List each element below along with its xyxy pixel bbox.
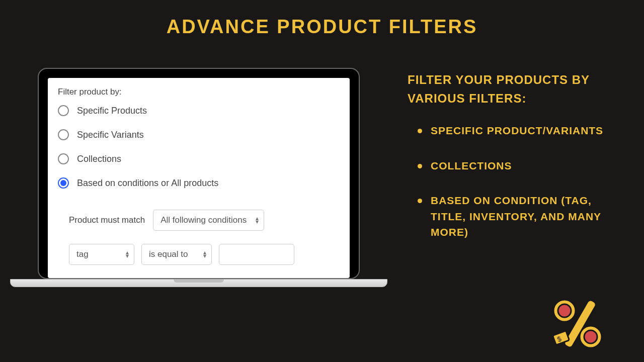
bullet-item: Based on Condition (Tag, Title, Inventor… <box>418 193 609 240</box>
page-title: Advance Product Filters <box>0 0 644 38</box>
radio-icon <box>58 153 69 164</box>
laptop-bezel: Filter product by: Specific Products Spe… <box>38 68 360 279</box>
laptop-notch <box>174 280 224 283</box>
radio-label: Collections <box>77 154 121 164</box>
side-heading: Filter your products by various filters: <box>408 70 609 108</box>
bullet-item: Collections <box>418 158 609 174</box>
select-chevron-icon: ▴▾ <box>126 251 129 258</box>
radio-label: Specific Products <box>77 106 147 116</box>
radio-icon <box>58 177 69 189</box>
svg-point-3 <box>584 330 597 343</box>
radio-collections[interactable]: Collections <box>58 153 340 164</box>
laptop-base <box>10 279 387 287</box>
laptop-mockup: Filter product by: Specific Products Spe… <box>10 68 387 287</box>
filter-section-label: Filter product by: <box>58 87 340 97</box>
match-select[interactable]: All following conditions ▴▾ <box>153 210 264 231</box>
radio-icon <box>58 129 69 140</box>
svg-point-1 <box>558 304 571 317</box>
select-chevron-icon: ▴▾ <box>203 251 206 258</box>
condition-row: tag ▴▾ is equal to ▴▾ <box>69 244 340 265</box>
radio-specific-variants[interactable]: Specific Variants <box>58 129 340 140</box>
condition-operator-value: is equal to <box>149 249 188 259</box>
percent-icon: $ <box>547 296 608 353</box>
main-content: Filter product by: Specific Products Spe… <box>0 38 644 287</box>
condition-field-value: tag <box>76 249 89 259</box>
condition-operator-select[interactable]: is equal to ▴▾ <box>141 244 212 265</box>
match-select-value: All following conditions <box>160 215 247 225</box>
condition-value-input[interactable] <box>219 244 294 265</box>
radio-conditions[interactable]: Based on conditions or All products <box>58 177 340 189</box>
laptop-screen: Filter product by: Specific Products Spe… <box>48 78 350 278</box>
radio-label: Based on conditions or All products <box>77 178 218 189</box>
side-bullets: Specific Product/Variants Collections Ba… <box>408 123 609 240</box>
bullet-item: Specific Product/Variants <box>418 123 609 139</box>
radio-specific-products[interactable]: Specific Products <box>58 105 340 116</box>
match-label: Product must match <box>69 215 145 225</box>
condition-field-select[interactable]: tag ▴▾ <box>69 244 134 265</box>
side-copy: Filter your products by various filters:… <box>387 68 609 287</box>
radio-icon <box>58 105 69 116</box>
radio-label: Specific Variants <box>77 130 144 140</box>
select-chevron-icon: ▴▾ <box>256 217 259 224</box>
match-row: Product must match All following conditi… <box>69 210 340 231</box>
